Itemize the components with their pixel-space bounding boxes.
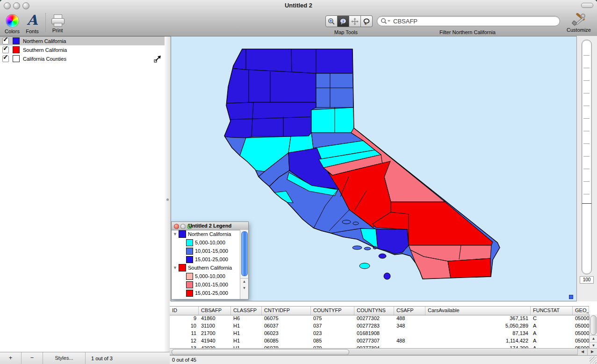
zoom-slider-ticks <box>583 43 590 202</box>
scroll-down-icon[interactable]: ▼ <box>590 342 597 349</box>
layer-color-swatch <box>13 37 20 44</box>
legend-item-row[interactable]: 15,001-25,000 <box>172 255 240 264</box>
layer-checkbox[interactable]: ✓ <box>2 47 9 53</box>
customize-button[interactable]: Customize <box>563 13 594 33</box>
county-region[interactable] <box>448 258 491 278</box>
legend-window[interactable]: Untitled 2 Legend ▼Northern California5,… <box>171 221 249 300</box>
island-region[interactable] <box>360 263 370 269</box>
pan-tool-button[interactable] <box>349 15 361 27</box>
legend-group-row[interactable]: ▼Northern California <box>172 230 240 238</box>
table-cell: 41860 <box>199 314 231 322</box>
zoom-slider-position[interactable] <box>582 203 591 204</box>
table-column-header[interactable]: COUNTYNS <box>354 307 394 315</box>
legend-swatch <box>186 256 193 263</box>
table-cell: 12 <box>170 337 199 344</box>
disclosure-triangle-icon[interactable]: ▼ <box>173 265 179 270</box>
county-region[interactable] <box>223 102 316 138</box>
county-region[interactable] <box>376 229 409 254</box>
layer-row-northern-california[interactable]: ✓ Northern California <box>0 36 165 45</box>
table-column-header[interactable]: ID <box>170 307 199 315</box>
scroll-up-icon[interactable]: ▲ <box>590 335 597 342</box>
filter-search-field[interactable]: CBSAFP <box>377 16 560 26</box>
island-region[interactable] <box>353 222 359 225</box>
table-column-header[interactable]: CBSAFP <box>199 307 231 315</box>
legend-titlebar[interactable]: Untitled 2 Legend <box>172 222 248 230</box>
layer-row-california-counties[interactable]: ✓ California Counties <box>0 54 165 63</box>
zoom-slider[interactable] <box>582 40 592 274</box>
scroll-left-icon[interactable]: ◀ <box>577 349 587 355</box>
legend-item-row[interactable]: 15,001-25,000 <box>172 289 240 297</box>
legend-item-row[interactable]: 5,000-10,000 <box>172 238 240 247</box>
fonts-a-icon: A <box>22 13 42 28</box>
legend-item-row[interactable]: 10,001-15,000 <box>172 280 240 289</box>
layer-label: Southern California <box>23 47 67 53</box>
table-horizontal-scrollbar[interactable] <box>170 348 577 355</box>
legend-scroll-up-icon[interactable]: ▲ <box>240 278 248 285</box>
island-region[interactable] <box>342 220 351 224</box>
table-cell: 367,151 <box>425 314 531 322</box>
island-region[interactable] <box>379 254 386 258</box>
vertical-scroll-thumb[interactable] <box>590 315 597 335</box>
window-title: Untitled 2 <box>0 2 597 9</box>
zoom-tool-button[interactable] <box>325 15 338 27</box>
colors-button[interactable]: Colors <box>2 13 22 34</box>
legend-scroll-down-icon[interactable]: ▼ <box>240 285 248 292</box>
table-cell: H1 <box>231 344 262 348</box>
layer-checkbox[interactable]: ✓ <box>2 56 9 62</box>
map-view[interactable]: Untitled 2 Legend ▼Northern California5,… <box>171 36 576 301</box>
table-row[interactable]: 1031100H106037037002772833485,050,289A05… <box>170 322 589 329</box>
table-row[interactable]: 1121700H1060230230168190887,134A05000 <box>170 329 589 337</box>
county-region[interactable] <box>225 68 316 103</box>
horizontal-scroll-thumb[interactable] <box>172 349 349 355</box>
window-chrome: Untitled 2 Colors A Fonts Print <box>0 0 597 36</box>
lasso-icon <box>363 18 370 25</box>
toolbar-toggle-pill[interactable] <box>581 3 593 8</box>
titlebar[interactable]: Untitled 2 <box>0 0 597 10</box>
legend-scrollbar[interactable]: ▲ ▼ <box>240 230 248 299</box>
layer-row-southern-california[interactable]: ✓ Southern California <box>0 45 165 54</box>
table-column-header[interactable]: CNTYIDFP <box>262 307 311 315</box>
legend-scrollbar-thumb[interactable] <box>241 231 248 276</box>
table-cell: 174,200 <box>425 344 531 348</box>
disclosure-triangle-icon[interactable]: ▼ <box>173 232 179 236</box>
legend-item-row[interactable]: 5,000-10,000 <box>172 272 240 280</box>
styles-button[interactable]: Styles... <box>43 352 86 364</box>
table-column-header[interactable]: CLASSFP <box>231 307 262 315</box>
legend-item-row[interactable]: 10,001-15,000 <box>172 247 240 255</box>
window-resize-grip[interactable] <box>590 357 597 364</box>
table-cell <box>394 329 425 337</box>
county-region[interactable] <box>311 107 354 133</box>
map-selection-handle[interactable] <box>569 295 573 299</box>
layer-checkbox[interactable]: ✓ <box>2 38 9 44</box>
layer-label: Northern California <box>23 38 66 44</box>
table-column-header[interactable]: CarsAvailable <box>425 307 531 315</box>
scroll-right-icon[interactable]: ▶ <box>587 349 597 355</box>
table-vertical-scrollbar[interactable]: ▲ ▼ <box>589 314 597 348</box>
island-region[interactable] <box>352 246 362 250</box>
info-tool-button[interactable]: i <box>338 15 349 27</box>
island-region[interactable] <box>364 247 371 250</box>
add-layer-button[interactable]: + <box>0 352 22 364</box>
remove-layer-button[interactable]: − <box>22 352 43 364</box>
fonts-button[interactable]: A Fonts <box>22 13 42 34</box>
colors-label: Colors <box>2 29 22 34</box>
county-region[interactable] <box>316 73 353 107</box>
zoom-strip: 100 <box>576 36 597 301</box>
table-row[interactable]: 1342020H10607907900277304174,200A05000 <box>170 344 589 348</box>
table-column-header[interactable]: CSAFP <box>394 307 425 315</box>
table-status-text: 0 out of 45 <box>170 355 597 364</box>
zoom-value-field[interactable]: 100 <box>580 276 594 284</box>
lasso-tool-button[interactable] <box>361 15 373 27</box>
attribute-table: IDCBSAFPCLASSFPCNTYIDFPCOUNTYFPCOUNTYNSC… <box>170 301 597 364</box>
print-button[interactable]: Print <box>48 13 67 33</box>
table-column-header[interactable]: GEO_I <box>573 307 589 315</box>
table-column-header[interactable]: FUNCSTAT <box>531 307 573 315</box>
table-cell: 05000 <box>573 344 589 348</box>
island-region[interactable] <box>384 273 390 279</box>
table-column-header[interactable]: COUNTYFP <box>311 307 354 315</box>
table-row[interactable]: 1241940H106085085002773074881,114,422A05… <box>170 337 589 344</box>
table-row[interactable]: 941860H60607507500277302488367,151C05000 <box>170 314 589 322</box>
table-header-row: IDCBSAFPCLASSFPCNTYIDFPCOUNTYFPCOUNTYNSC… <box>170 306 589 315</box>
legend-group-row[interactable]: ▼Southern California <box>172 264 240 272</box>
open-in-window-icon[interactable] <box>154 55 162 63</box>
